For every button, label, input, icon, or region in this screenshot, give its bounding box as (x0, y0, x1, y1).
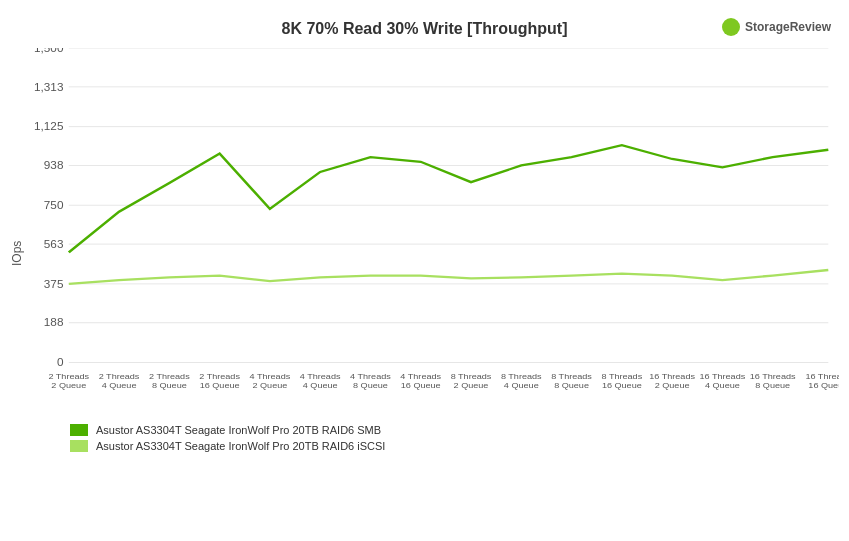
x-label-8b: 2 Queue (454, 381, 489, 390)
x-label-10b: 8 Queue (554, 381, 589, 390)
y-axis-label: IOps (10, 48, 24, 418)
x-label-4b: 2 Queue (252, 381, 287, 390)
x-label-1: 2 Threads (99, 372, 140, 381)
x-label-2: 2 Threads (149, 372, 190, 381)
legend: Asustor AS3304T Seagate IronWolf Pro 20T… (10, 424, 839, 452)
x-label-7: 4 Threads (400, 372, 441, 381)
x-label-0b: 2 Queue (51, 381, 86, 390)
x-label-1b: 4 Queue (102, 381, 137, 390)
x-label-13: 16 Threads (700, 372, 746, 381)
y-label-750: 750 (44, 200, 64, 211)
logo-text: StorageReview (745, 20, 831, 34)
x-label-3b: 16 Queue (200, 381, 240, 390)
legend-item-iscsi: Asustor AS3304T Seagate IronWolf Pro 20T… (70, 440, 385, 452)
legend-color-smb (70, 424, 88, 436)
x-label-6b: 8 Queue (353, 381, 388, 390)
chart-svg: 0 188 375 563 750 938 1,125 1,313 1,500 … (26, 48, 839, 418)
x-label-6: 4 Threads (350, 372, 391, 381)
x-label-4: 4 Threads (250, 372, 291, 381)
x-label-13b: 4 Queue (705, 381, 740, 390)
x-label-9: 8 Threads (501, 372, 542, 381)
legend-item-smb: Asustor AS3304T Seagate IronWolf Pro 20T… (70, 424, 381, 436)
legend-label-smb: Asustor AS3304T Seagate IronWolf Pro 20T… (96, 424, 381, 436)
legend-color-iscsi (70, 440, 88, 452)
x-label-9b: 4 Queue (504, 381, 539, 390)
x-label-15b: 16 Queue (808, 381, 839, 390)
x-label-5: 4 Threads (300, 372, 341, 381)
chart-title: 8K 70% Read 30% Write [Throughput] (10, 20, 839, 38)
x-label-3: 2 Threads (199, 372, 240, 381)
chart-container: 8K 70% Read 30% Write [Throughput] Stora… (0, 0, 849, 541)
x-label-2b: 8 Queue (152, 381, 187, 390)
chart-inner: 0 188 375 563 750 938 1,125 1,313 1,500 … (26, 48, 839, 418)
x-label-8: 8 Threads (451, 372, 492, 381)
y-label-1125: 1,125 (34, 121, 63, 132)
y-label-0: 0 (57, 357, 64, 368)
logo-area: StorageReview (722, 18, 831, 36)
y-label-1500: 1,500 (34, 48, 63, 54)
y-label-563: 563 (44, 239, 64, 250)
x-label-11b: 16 Queue (602, 381, 642, 390)
x-label-7b: 16 Queue (401, 381, 441, 390)
y-label-1313: 1,313 (34, 81, 63, 92)
chart-area: IOps 0 (10, 48, 839, 418)
y-label-938: 938 (44, 160, 64, 171)
legend-label-iscsi: Asustor AS3304T Seagate IronWolf Pro 20T… (96, 440, 385, 452)
x-label-10: 8 Threads (551, 372, 592, 381)
x-label-12b: 2 Queue (655, 381, 690, 390)
x-label-5b: 4 Queue (303, 381, 338, 390)
y-label-188: 188 (44, 317, 64, 328)
x-label-12: 16 Threads (649, 372, 695, 381)
x-label-14: 16 Threads (750, 372, 796, 381)
x-label-14b: 8 Queue (755, 381, 790, 390)
x-label-0: 2 Threads (48, 372, 89, 381)
x-label-11: 8 Threads (601, 372, 642, 381)
x-label-15: 16 Threads (805, 372, 839, 381)
logo-icon (722, 18, 740, 36)
y-label-375: 375 (44, 278, 64, 289)
